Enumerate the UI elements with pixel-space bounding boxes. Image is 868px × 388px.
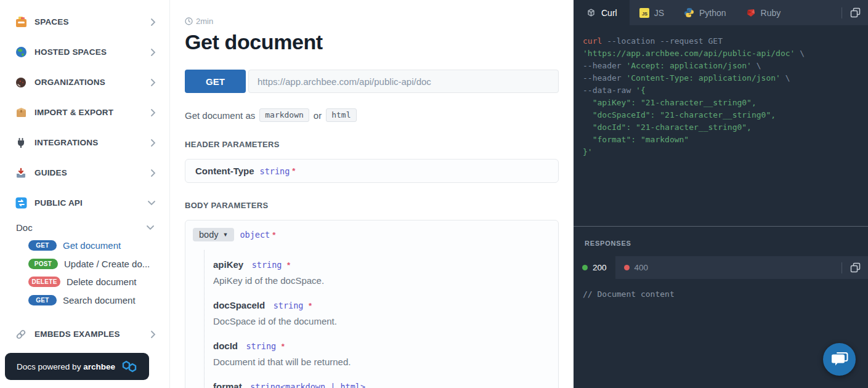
body-parameters-title: BODY PARAMETERS bbox=[185, 201, 559, 210]
endpoint-label: Delete document bbox=[67, 277, 136, 287]
method-badge-post: POST bbox=[28, 259, 58, 269]
triangle-down-icon: ▼ bbox=[222, 232, 228, 238]
required-asterisk: * bbox=[287, 261, 290, 270]
chat-bubbles-icon bbox=[831, 352, 848, 368]
param-type: string bbox=[246, 341, 276, 351]
responses-tabbar: 200 400 bbox=[574, 256, 868, 279]
method-badge-get: GET bbox=[28, 240, 57, 251]
param-type: string bbox=[252, 260, 282, 270]
body-parameters-box: body ▼ object * apiKey string * ApiKey i… bbox=[185, 220, 559, 388]
chevron-right-icon bbox=[150, 139, 156, 147]
sidebar-item-label: HOSTED SPACES bbox=[34, 47, 107, 57]
body-root-name: body bbox=[199, 230, 218, 240]
response-tab-label: 200 bbox=[593, 263, 607, 272]
header-parameter-content-type: Content-Type string * bbox=[185, 159, 559, 183]
divider bbox=[842, 262, 842, 273]
archbee-logo-icon bbox=[121, 360, 137, 373]
chat-widget-button[interactable] bbox=[823, 343, 856, 376]
sidebar-item-public-api[interactable]: PUBLIC API bbox=[0, 188, 169, 218]
brand-name: archbee bbox=[83, 362, 115, 371]
sidebar-item-organizations[interactable]: ORGANIZATIONS bbox=[0, 67, 169, 97]
param-name: Content-Type bbox=[195, 166, 254, 176]
param-description: ApiKey id of the docSpace. bbox=[213, 275, 548, 287]
param-type: object bbox=[240, 230, 270, 240]
curl-code-block[interactable]: curl --location --request GET'https://ap… bbox=[574, 25, 868, 166]
powered-by-badge[interactable]: Docs powered by archbee bbox=[5, 353, 149, 380]
copy-response-button[interactable] bbox=[849, 261, 862, 274]
sidebar-item-import-export[interactable]: IMPORT & EXPORT bbox=[0, 97, 169, 127]
tab-label: Curl bbox=[601, 8, 617, 18]
sidebar-endpoint-search-document[interactable]: GET Search document bbox=[0, 291, 169, 310]
sidebar: SPACES HOSTED SPACES ORGANIZATIONS IMPOR… bbox=[0, 0, 170, 388]
responses-strip: 400 bbox=[615, 256, 868, 279]
endpoint-label: Get document bbox=[63, 240, 121, 251]
language-tabbar: Curl JS JS Python Ruby bbox=[574, 0, 868, 25]
param-type: string bbox=[274, 301, 304, 310]
header-parameters-title: HEADER PARAMETERS bbox=[185, 140, 559, 149]
endpoint-label: Update / Create do... bbox=[64, 259, 150, 269]
tab-python[interactable]: Python bbox=[674, 0, 736, 25]
group-label: Doc bbox=[16, 222, 33, 233]
param-name: apiKey bbox=[213, 259, 243, 270]
sidebar-item-integrations[interactable]: INTEGRATIONS bbox=[0, 127, 169, 158]
sidebar-endpoint-get-document[interactable]: GET Get document bbox=[0, 236, 169, 255]
tab-curl[interactable]: Curl bbox=[574, 0, 630, 25]
chevron-down-icon bbox=[147, 200, 156, 206]
sidebar-endpoint-update-create[interactable]: POST Update / Create do... bbox=[0, 255, 169, 273]
param-name: docId bbox=[213, 341, 238, 351]
chevron-right-icon bbox=[150, 48, 156, 57]
param-type: string<markdown | html> bbox=[250, 382, 365, 388]
tab-ruby[interactable]: Ruby bbox=[736, 0, 791, 25]
endpoint-label: Search document bbox=[63, 295, 136, 305]
param-description: DocSpace id of the document. bbox=[213, 315, 548, 328]
copy-code-button[interactable] bbox=[849, 6, 862, 19]
card-box-icon bbox=[15, 16, 27, 28]
chevron-right-icon bbox=[150, 108, 156, 117]
sidebar-item-guides[interactable]: GUIDES bbox=[0, 158, 169, 188]
link-icon bbox=[15, 328, 27, 341]
chevron-right-icon bbox=[150, 18, 156, 26]
body-expand-toggle[interactable]: body ▼ bbox=[193, 228, 234, 241]
sidebar-endpoint-delete-document[interactable]: DELETE Delete document bbox=[0, 273, 169, 291]
sidebar-item-label: EMBEDS EXAMPLES bbox=[34, 329, 120, 339]
endpoint-url-input[interactable] bbox=[248, 70, 559, 93]
response-tab-200[interactable]: 200 bbox=[574, 256, 615, 279]
organizations-icon bbox=[15, 76, 27, 89]
responses-actions bbox=[842, 261, 868, 274]
globe-icon bbox=[15, 46, 27, 59]
intro-middle: or bbox=[314, 110, 322, 121]
tab-label: Python bbox=[699, 8, 726, 18]
param-docid: docId string * Document id that will be … bbox=[213, 340, 548, 368]
param-docspaceid: docSpaceId string * DocSpace id of the d… bbox=[213, 299, 548, 328]
chevron-right-icon bbox=[150, 169, 156, 177]
js-icon: JS bbox=[639, 8, 649, 18]
format-option-markdown: markdown bbox=[259, 108, 309, 122]
response-body-comment: // Document content bbox=[583, 289, 868, 299]
method-badge-delete: DELETE bbox=[28, 277, 60, 287]
sidebar-item-label: IMPORT & EXPORT bbox=[34, 108, 113, 117]
page-title: Get document bbox=[185, 30, 559, 54]
tab-js[interactable]: JS JS bbox=[630, 0, 674, 25]
divider bbox=[842, 7, 842, 18]
tab-label: JS bbox=[654, 8, 664, 18]
tab-label: Ruby bbox=[761, 8, 781, 18]
param-type: string bbox=[260, 166, 290, 176]
powered-by-text: Docs powered by archbee bbox=[17, 362, 115, 371]
sidebar-item-hosted-spaces[interactable]: HOSTED SPACES bbox=[0, 37, 169, 67]
chevron-down-icon bbox=[146, 225, 155, 230]
request-row: GET bbox=[185, 70, 559, 93]
sidebar-group-doc[interactable]: Doc bbox=[0, 218, 169, 236]
response-tab-400[interactable]: 400 bbox=[615, 263, 657, 272]
chevron-right-icon bbox=[150, 78, 156, 87]
intro-line: Get document as markdown or html bbox=[185, 108, 559, 122]
param-name: format bbox=[213, 381, 242, 388]
responses-title: RESPONSES bbox=[585, 240, 868, 247]
format-option-html: html bbox=[326, 108, 356, 122]
python-icon bbox=[684, 7, 694, 18]
chevron-right-icon bbox=[150, 330, 156, 339]
sidebar-item-embeds-examples[interactable]: EMBEDS EXAMPLES bbox=[0, 319, 169, 349]
swap-arrows-icon bbox=[15, 197, 27, 209]
sidebar-item-label: GUIDES bbox=[34, 168, 67, 177]
sidebar-item-spaces[interactable]: SPACES bbox=[0, 7, 169, 37]
method-button[interactable]: GET bbox=[185, 70, 246, 93]
